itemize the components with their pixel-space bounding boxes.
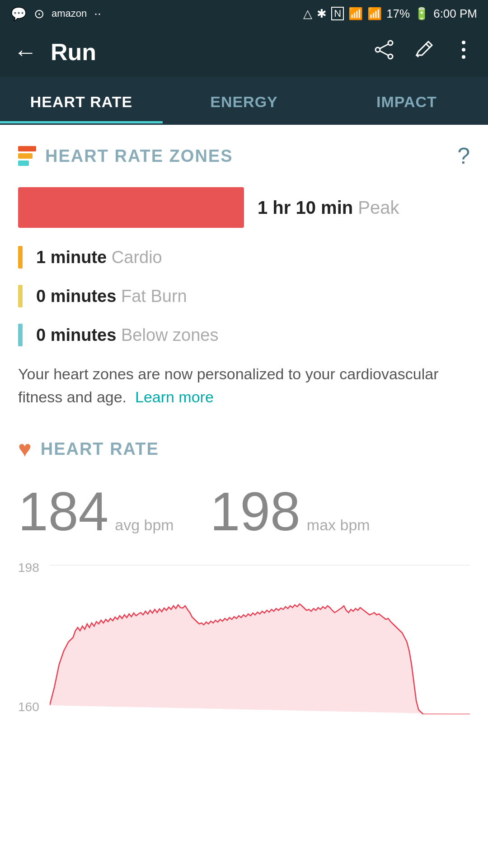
heart-icon: ♥ bbox=[18, 436, 32, 462]
avg-bpm-label: avg bpm bbox=[115, 516, 174, 534]
svg-point-1 bbox=[388, 54, 393, 59]
svg-point-8 bbox=[462, 48, 465, 52]
zones-section-title: HEART RATE ZONES bbox=[45, 146, 233, 166]
time-display: 6:00 PM bbox=[433, 7, 477, 21]
wifi-icon: 📶 bbox=[348, 7, 363, 21]
cardio-text: 1 minute Cardio bbox=[36, 248, 162, 267]
svg-line-3 bbox=[380, 44, 389, 48]
tab-energy[interactable]: ENERGY bbox=[163, 77, 325, 123]
main-content: HEART RATE ZONES ? 1 hr 10 min Peak 1 mi… bbox=[0, 125, 488, 732]
below-indicator bbox=[18, 324, 23, 346]
svg-line-5 bbox=[426, 43, 430, 48]
avg-bpm-item: 184 avg bpm bbox=[18, 480, 174, 542]
peak-zone-row: 1 hr 10 min Peak bbox=[18, 187, 470, 228]
svg-point-7 bbox=[462, 41, 465, 44]
amazon-icon: amazon bbox=[52, 8, 87, 19]
help-button[interactable]: ? bbox=[457, 143, 470, 169]
status-left-icons: 💬 ⊙ amazon ·· bbox=[11, 6, 101, 21]
more-button[interactable] bbox=[453, 39, 474, 66]
heart-rate-section: ♥ HEART RATE 184 avg bpm 198 max bpm 198… bbox=[18, 436, 470, 714]
peak-time-text: 1 hr 10 min Peak bbox=[258, 198, 399, 218]
tab-impact[interactable]: IMPACT bbox=[325, 77, 488, 123]
zones-list: 1 minute Cardio 0 minutes Fat Burn 0 min… bbox=[18, 246, 470, 346]
page-title: Run bbox=[51, 38, 373, 66]
message-icon: 💬 bbox=[11, 6, 27, 21]
bpm-stats: 184 avg bpm 198 max bpm bbox=[18, 480, 470, 542]
dots-icon: ·· bbox=[94, 6, 101, 21]
back-button[interactable]: ← bbox=[14, 38, 37, 66]
status-right-icons: △ ✱ N 📶 📶 17% 🔋 6:00 PM bbox=[303, 7, 477, 21]
hr-section-title: HEART RATE bbox=[41, 439, 159, 459]
max-bpm-value: 198 bbox=[210, 480, 300, 542]
zone-below-row: 0 minutes Below zones bbox=[18, 324, 470, 346]
cardio-indicator bbox=[18, 246, 23, 269]
zones-icon bbox=[18, 146, 36, 166]
nav-bar: ← Run bbox=[0, 27, 488, 77]
fatburn-indicator bbox=[18, 285, 23, 307]
chart-svg bbox=[50, 561, 470, 714]
bluetooth-icon: ✱ bbox=[317, 7, 327, 21]
status-bar: 💬 ⊙ amazon ·· △ ✱ N 📶 📶 17% 🔋 6:00 PM bbox=[0, 0, 488, 27]
clock-icon: ⊙ bbox=[34, 6, 44, 21]
zones-section-header: HEART RATE ZONES ? bbox=[18, 143, 470, 169]
peak-bar-visual bbox=[18, 187, 244, 228]
zone-info-text: Your heart zones are now personalized to… bbox=[18, 363, 470, 409]
edit-button[interactable] bbox=[413, 39, 435, 66]
svg-line-4 bbox=[380, 51, 389, 55]
zone-cardio-row: 1 minute Cardio bbox=[18, 246, 470, 269]
nfc-icon: N bbox=[331, 7, 344, 20]
hr-section-header: ♥ HEART RATE bbox=[18, 436, 470, 462]
tab-bar: HEART RATE ENERGY IMPACT bbox=[0, 77, 488, 125]
svg-point-9 bbox=[462, 55, 465, 59]
max-bpm-item: 198 max bpm bbox=[210, 480, 370, 542]
zone-fatburn-row: 0 minutes Fat Burn bbox=[18, 285, 470, 307]
avg-bpm-value: 184 bbox=[18, 480, 108, 542]
nav-action-icons bbox=[373, 39, 474, 66]
below-text: 0 minutes Below zones bbox=[36, 326, 218, 345]
chart-y-max: 198 bbox=[18, 561, 39, 575]
learn-more-link[interactable]: Learn more bbox=[135, 388, 214, 406]
max-bpm-label: max bpm bbox=[307, 516, 370, 534]
fatburn-text: 0 minutes Fat Burn bbox=[36, 287, 187, 306]
tab-heart-rate[interactable]: HEART RATE bbox=[0, 77, 163, 123]
battery-icon: 🔋 bbox=[414, 7, 429, 21]
chart-y-min: 160 bbox=[18, 700, 39, 714]
signal-icon: △ bbox=[303, 7, 312, 21]
svg-point-2 bbox=[375, 47, 380, 52]
share-button[interactable] bbox=[373, 39, 395, 66]
battery-text: 17% bbox=[386, 7, 410, 21]
svg-point-0 bbox=[388, 41, 393, 45]
signal-bars-icon: 📶 bbox=[367, 7, 382, 21]
heart-rate-chart: 198 160 bbox=[18, 561, 470, 714]
